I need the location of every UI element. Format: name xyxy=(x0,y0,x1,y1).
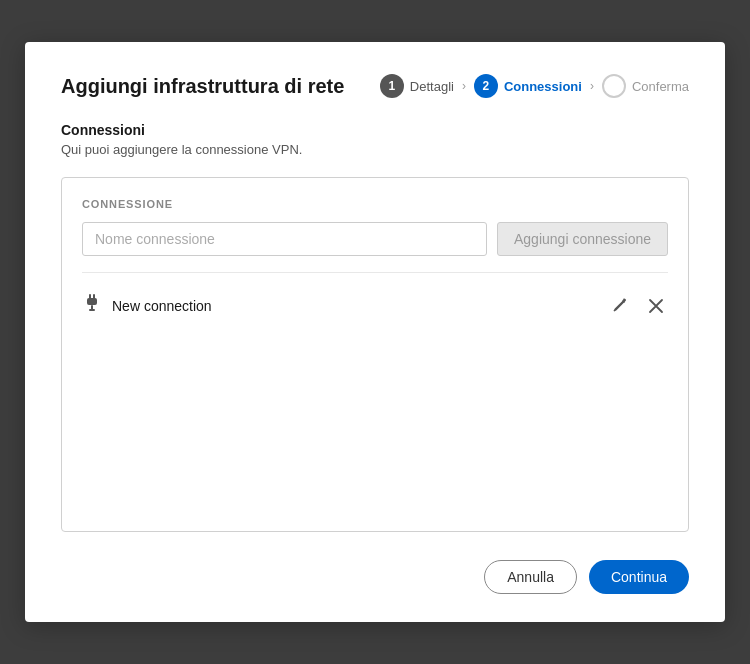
connection-box: CONNESSIONE Aggiungi connessione New co xyxy=(61,177,689,532)
step-2-label: Connessioni xyxy=(504,79,582,94)
connection-plug-icon xyxy=(82,293,102,318)
connection-name-label: New connection xyxy=(112,298,608,314)
step-2: 2 Connessioni xyxy=(474,74,582,98)
step-2-circle: 2 xyxy=(474,74,498,98)
close-icon xyxy=(648,298,664,314)
section-heading: Connessioni xyxy=(61,122,689,138)
step-3-circle xyxy=(602,74,626,98)
edit-connection-button[interactable] xyxy=(608,296,632,316)
svg-rect-4 xyxy=(89,309,95,311)
chevron-1: › xyxy=(462,79,466,93)
cancel-button[interactable]: Annulla xyxy=(484,560,577,594)
modal-header: Aggiungi infrastruttura di rete 1 Dettag… xyxy=(61,74,689,98)
modal-footer: Annulla Continua xyxy=(61,560,689,594)
modal-title: Aggiungi infrastruttura di rete xyxy=(61,75,344,98)
continue-button[interactable]: Continua xyxy=(589,560,689,594)
step-3: Conferma xyxy=(602,74,689,98)
divider xyxy=(82,272,668,273)
connection-item: New connection xyxy=(82,285,668,326)
pencil-icon xyxy=(612,298,628,314)
svg-rect-2 xyxy=(87,298,97,305)
step-1-label: Dettagli xyxy=(410,79,454,94)
connection-input-row: Aggiungi connessione xyxy=(82,222,668,256)
connection-box-label: CONNESSIONE xyxy=(82,198,668,210)
step-3-label: Conferma xyxy=(632,79,689,94)
delete-connection-button[interactable] xyxy=(644,296,668,316)
step-1: 1 Dettagli xyxy=(380,74,454,98)
add-connection-button[interactable]: Aggiungi connessione xyxy=(497,222,668,256)
connection-name-input[interactable] xyxy=(82,222,487,256)
step-1-circle: 1 xyxy=(380,74,404,98)
chevron-2: › xyxy=(590,79,594,93)
section-desc: Qui puoi aggiungere la connessione VPN. xyxy=(61,142,689,157)
stepper: 1 Dettagli › 2 Connessioni › Conferma xyxy=(380,74,689,98)
modal-overlay: Aggiungi infrastruttura di rete 1 Dettag… xyxy=(0,0,750,664)
modal: Aggiungi infrastruttura di rete 1 Dettag… xyxy=(25,42,725,622)
connection-actions xyxy=(608,296,668,316)
